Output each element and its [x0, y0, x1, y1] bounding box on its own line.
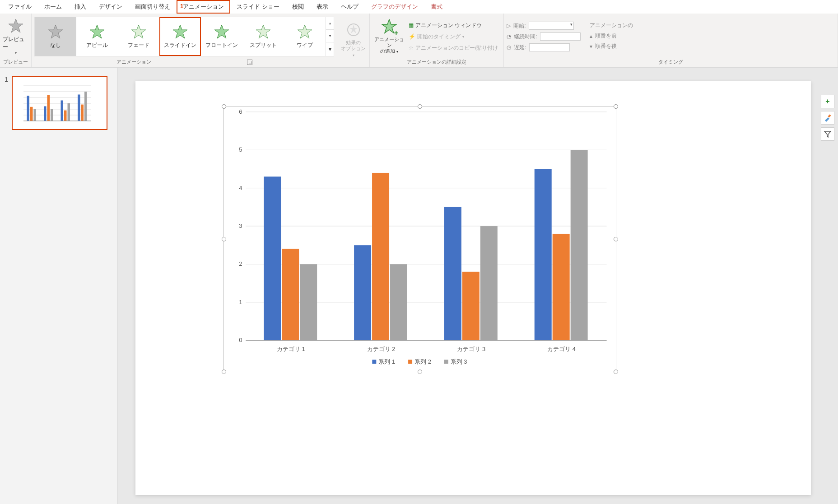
menu-insert[interactable]: 挿入: [68, 0, 93, 14]
menu-slideshow[interactable]: スライド ショー: [230, 0, 286, 14]
add-animation-button[interactable]: + アニメーション の追加 ▾: [372, 17, 406, 56]
menu-help[interactable]: ヘルプ: [335, 0, 365, 14]
anim-item-1[interactable]: アピール: [76, 17, 118, 56]
selection-handle[interactable]: [222, 237, 226, 241]
anim-item-label: スライドイン: [164, 42, 196, 49]
menu-file[interactable]: ファイル: [2, 0, 38, 14]
chart-styles-button[interactable]: [821, 111, 834, 125]
star-icon: [214, 24, 229, 40]
gallery-more-button[interactable]: ▾: [326, 42, 334, 56]
gallery-scroll-down[interactable]: ▾: [326, 30, 334, 42]
selection-handle[interactable]: [222, 104, 226, 109]
selection-handle[interactable]: [418, 370, 422, 374]
svg-rect-35: [264, 176, 281, 340]
menu-chart-design[interactable]: グラフのデザイン: [365, 0, 424, 14]
svg-rect-17: [78, 95, 80, 121]
effect-options-button: 効果の オプション ▾: [340, 21, 367, 60]
slide-thumbnail-panel[interactable]: 1: [0, 68, 117, 504]
svg-rect-45: [480, 226, 498, 340]
timing-delay-row[interactable]: ◷ 遅延:: [507, 43, 580, 51]
svg-text:系列 3: 系列 3: [451, 358, 467, 365]
slide-number: 1: [5, 76, 8, 83]
svg-rect-8: [27, 96, 29, 121]
chart-element-tools: +: [821, 95, 834, 141]
gallery-scroll-up[interactable]: ▴: [326, 17, 334, 30]
anim-item-5[interactable]: スプリット: [242, 17, 284, 56]
menu-transitions[interactable]: 画面切り替え: [129, 0, 177, 14]
svg-rect-49: [571, 150, 588, 340]
animation-pane-icon: ▦: [409, 22, 414, 28]
anim-item-2[interactable]: フェード: [118, 17, 159, 56]
svg-rect-18: [81, 105, 84, 121]
animation-dialog-launcher[interactable]: [247, 60, 252, 65]
group-label-preview: プレビュー: [3, 58, 28, 66]
chart-elements-button[interactable]: +: [821, 95, 834, 108]
trigger-icon: ⚡: [409, 33, 415, 40]
svg-rect-39: [354, 245, 371, 340]
slide-editor[interactable]: 0123456カテゴリ 1カテゴリ 2カテゴリ 3カテゴリ 4系列 1系列 2系…: [117, 68, 838, 504]
svg-rect-13: [51, 109, 53, 121]
gallery-scroll: ▴ ▾ ▾: [326, 17, 334, 56]
animation-pane-button[interactable]: ▦ アニメーション ウィンドウ: [409, 22, 498, 29]
svg-rect-15: [64, 111, 67, 121]
svg-rect-54: [408, 360, 412, 364]
anim-item-label: なし: [50, 42, 61, 49]
svg-rect-56: [444, 360, 448, 364]
move-later-button: ▾ 順番を後: [590, 42, 633, 50]
svg-rect-48: [553, 234, 570, 340]
timing-start-row[interactable]: ▷ 開始: ▾: [507, 22, 580, 30]
preview-label: プレビュー: [3, 36, 28, 51]
anim-item-4[interactable]: フロートイン: [201, 17, 242, 56]
advanced-animation-column: ▦ アニメーション ウィンドウ ⚡ 開始のタイミング ▾ ☆ アニメーションのコ…: [406, 22, 501, 52]
delay-spinner[interactable]: [529, 43, 570, 51]
star-icon: [131, 24, 146, 40]
bar-chart[interactable]: 0123456カテゴリ 1カテゴリ 2カテゴリ 3カテゴリ 4系列 1系列 2系…: [224, 106, 616, 372]
animation-gallery[interactable]: なしアピールフェードスライドインフロートインスプリットワイプ ▴ ▾ ▾: [34, 17, 334, 56]
duration-icon: ◔: [507, 33, 511, 40]
duration-spinner[interactable]: [540, 32, 581, 41]
svg-rect-58: [828, 114, 831, 117]
preview-button[interactable]: プレビュー ▾: [3, 17, 28, 56]
start-icon: ▷: [507, 23, 511, 29]
group-label-advanced: アニメーションの詳細設定: [372, 58, 501, 66]
svg-rect-36: [282, 249, 299, 341]
menu-view[interactable]: 表示: [310, 0, 335, 14]
selection-handle[interactable]: [614, 104, 618, 109]
chart-filters-button[interactable]: [821, 127, 834, 141]
anim-item-3[interactable]: スライドイン: [159, 17, 201, 56]
reorder-label: アニメーションの: [590, 22, 633, 29]
slide-canvas[interactable]: 0123456カテゴリ 1カテゴリ 2カテゴリ 3カテゴリ 4系列 1系列 2系…: [135, 81, 811, 495]
svg-rect-43: [444, 207, 461, 340]
thumbnail-chart: [19, 80, 100, 125]
trigger-button: ⚡ 開始のタイミング ▾: [409, 33, 498, 41]
menu-home[interactable]: ホーム: [38, 0, 68, 14]
anim-item-label: フェード: [128, 42, 149, 49]
chevron-down-icon: ▾: [15, 51, 17, 55]
anim-item-0[interactable]: なし: [35, 17, 76, 56]
menu-design[interactable]: デザイン: [93, 0, 129, 14]
menu-review[interactable]: 校閲: [286, 0, 310, 14]
slide-thumbnail-1[interactable]: [12, 76, 107, 130]
start-dropdown[interactable]: ▾: [529, 22, 574, 30]
add-animation-icon: +: [382, 19, 397, 36]
anim-item-label: アピール: [86, 42, 108, 49]
menu-format[interactable]: 書式: [424, 0, 449, 14]
svg-text:2: 2: [239, 260, 242, 267]
selection-handle[interactable]: [614, 370, 618, 374]
menu-animations[interactable]: アニメーション: [177, 0, 230, 14]
selection-handle[interactable]: [222, 370, 226, 374]
star-icon: [48, 24, 63, 40]
chart-object[interactable]: 0123456カテゴリ 1カテゴリ 2カテゴリ 3カテゴリ 4系列 1系列 2系…: [223, 106, 616, 372]
selection-handle[interactable]: [418, 104, 422, 109]
timing-duration-row[interactable]: ◔ 継続時間:: [507, 32, 580, 41]
add-animation-label: アニメーション の追加 ▾: [372, 37, 406, 55]
svg-text:3: 3: [239, 222, 242, 229]
anim-item-label: ワイプ: [297, 42, 313, 49]
svg-rect-16: [67, 103, 70, 121]
svg-rect-19: [84, 92, 87, 121]
selection-handle[interactable]: [614, 237, 618, 241]
svg-rect-11: [44, 106, 47, 121]
svg-rect-12: [47, 95, 50, 121]
star-icon: [8, 18, 23, 34]
anim-item-6[interactable]: ワイプ: [284, 17, 326, 56]
